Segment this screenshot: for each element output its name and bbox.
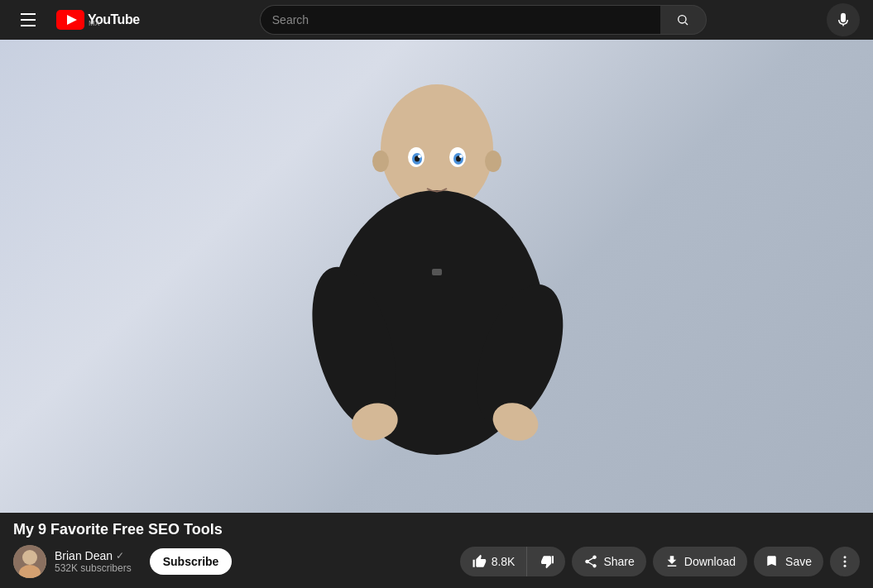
more-options-button[interactable] — [830, 547, 860, 576]
thumbs-down-icon — [539, 554, 554, 569]
avatar-image — [13, 545, 46, 578]
video-player[interactable] — [0, 40, 873, 513]
download-icon — [664, 554, 679, 569]
download-button[interactable]: Download — [653, 547, 747, 576]
svg-point-20 — [372, 151, 389, 172]
channel-info: Brian Dean ✓ 532K subscribers Subscribe — [13, 545, 232, 578]
like-button[interactable]: 8.8K — [460, 547, 528, 576]
logo-text-group: YouTube MX — [88, 12, 140, 27]
dislike-button[interactable] — [527, 547, 565, 576]
youtube-logo[interactable]: YouTube MX — [56, 10, 140, 30]
svg-rect-19 — [432, 269, 442, 275]
save-label: Save — [785, 555, 812, 568]
share-button[interactable]: Share — [572, 547, 645, 576]
share-label: Share — [603, 555, 634, 568]
hamburger-icon — [17, 10, 39, 30]
search-button[interactable] — [660, 5, 707, 35]
presenter-figure — [263, 66, 611, 513]
svg-point-26 — [844, 561, 847, 563]
menu-button[interactable] — [13, 5, 43, 35]
header: YouTube MX — [0, 0, 873, 40]
header-left: YouTube MX — [13, 5, 140, 35]
svg-line-3 — [685, 22, 688, 25]
svg-point-18 — [459, 155, 463, 158]
channel-name: Brian Dean ✓ — [55, 549, 132, 562]
save-button[interactable]: Save — [754, 547, 823, 576]
subscribe-button[interactable]: Subscribe — [150, 548, 233, 575]
video-actions-row: Brian Dean ✓ 532K subscribers Subscribe … — [13, 545, 860, 578]
share-icon — [583, 554, 598, 569]
youtube-logo-icon — [56, 10, 84, 30]
channel-details: Brian Dean ✓ 532K subscribers — [55, 549, 132, 574]
subscriber-count: 532K subscribers — [55, 562, 132, 574]
video-title: My 9 Favorite Free SEO Tools — [13, 521, 860, 538]
thumbs-up-icon — [472, 554, 487, 569]
action-buttons: 8.8K Share Download — [460, 547, 860, 576]
svg-point-2 — [679, 16, 686, 23]
svg-point-27 — [844, 565, 847, 567]
save-icon — [765, 554, 780, 569]
search-icon — [676, 13, 689, 26]
voice-search-button[interactable] — [827, 3, 860, 36]
header-right — [827, 3, 860, 36]
verified-icon: ✓ — [116, 550, 124, 562]
svg-point-25 — [844, 556, 847, 558]
video-info: My 9 Favorite Free SEO Tools Brian Dean … — [0, 513, 873, 588]
mic-icon — [836, 12, 851, 27]
channel-avatar — [13, 545, 46, 578]
video-thumbnail — [0, 40, 873, 513]
like-count: 8.8K — [492, 555, 516, 568]
like-dislike-group: 8.8K — [460, 547, 566, 576]
svg-point-23 — [22, 550, 37, 565]
download-label: Download — [684, 555, 736, 568]
search-bar — [260, 5, 707, 35]
svg-point-17 — [418, 155, 421, 158]
search-input[interactable] — [260, 5, 660, 35]
svg-point-21 — [485, 151, 501, 172]
more-icon — [837, 554, 852, 569]
